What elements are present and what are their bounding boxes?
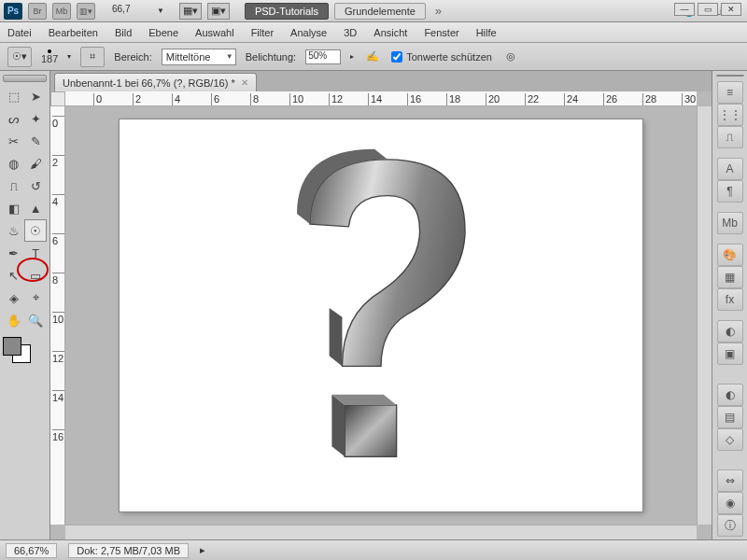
tool-eyedrop[interactable]: ✎ [25, 130, 48, 152]
protect-tones-input[interactable] [391, 51, 402, 63]
status-zoom[interactable]: 66,67% [6, 543, 57, 558]
tool-3dcam[interactable]: ⌖ [25, 287, 48, 309]
panel-clone-icon[interactable]: ⎍ [717, 126, 743, 148]
tool-move[interactable]: ⬚ [3, 85, 25, 107]
panel-char-icon[interactable]: A [717, 158, 743, 180]
exposure-input[interactable]: 50% [305, 49, 341, 64]
close-button[interactable]: ✕ [721, 3, 741, 16]
zoom-level-display[interactable]: 66,7 [110, 4, 151, 19]
canvas-artwork-questionmark [250, 147, 512, 484]
brush-panel-toggle[interactable]: ⌗ [80, 47, 105, 67]
canvas[interactable] [120, 119, 642, 511]
menu-hilfe[interactable]: Hilfe [476, 27, 497, 38]
tools-panel-handle[interactable] [3, 75, 47, 82]
panel-brushes-icon[interactable]: ⋮⋮ [717, 104, 743, 126]
tool-wand[interactable]: ✦ [25, 107, 48, 130]
panel-chan-icon[interactable]: ▤ [717, 406, 743, 428]
menu-fenster[interactable]: Fenster [424, 27, 458, 38]
color-swatches[interactable] [3, 337, 36, 365]
ruler-tick: 2 [133, 93, 141, 106]
view-extras-button[interactable]: ▥▾ [77, 3, 95, 20]
menu-datei[interactable]: Datei [7, 27, 32, 38]
chevron-down-icon[interactable]: ▼ [157, 7, 164, 15]
menu-ebene[interactable]: Ebene [148, 27, 178, 38]
status-arrow-icon[interactable]: ▸ [200, 544, 205, 556]
panels-handle[interactable] [716, 75, 744, 77]
tool-shape[interactable]: ▭ [25, 264, 48, 287]
maximize-button[interactable]: ▭ [698, 3, 718, 16]
menu-filter[interactable]: Filter [251, 27, 274, 38]
tool-patch[interactable]: ◍ [3, 152, 25, 175]
document-tab[interactable]: Unbenannt-1 bei 66,7% (?, RGB/16) * ✕ [54, 73, 257, 91]
tool-dodge[interactable]: ☉ [24, 219, 47, 242]
ruler-tick: 0 [93, 93, 102, 106]
tool-crop[interactable]: ✂ [3, 130, 25, 152]
range-dropdown[interactable]: Mitteltöne [162, 49, 236, 65]
tool-history[interactable]: ↺ [25, 175, 48, 197]
panel-mb-icon[interactable]: Mb [717, 212, 743, 234]
tool-bucket[interactable]: ▲ [25, 197, 48, 219]
panel-bw-icon[interactable]: ◐ [717, 384, 743, 406]
foreground-color-swatch[interactable] [3, 337, 21, 356]
tool-marquee[interactable]: ➤ [25, 85, 48, 107]
scrollbar-vertical[interactable] [697, 106, 712, 525]
workspace-more-icon[interactable]: » [431, 4, 445, 18]
screen-mode-button[interactable]: ▣▾ [207, 3, 230, 20]
tool-eraser[interactable]: ◧ [3, 197, 25, 219]
panel-color-icon[interactable]: 🎨 [717, 244, 743, 266]
ruler-origin[interactable] [50, 91, 65, 106]
menu-3d[interactable]: 3D [344, 27, 357, 38]
menu-bild[interactable]: Bild [115, 27, 132, 38]
panel-styles-icon[interactable]: fx [717, 288, 743, 311]
document-close-icon[interactable]: ✕ [241, 77, 248, 88]
panel-history-icon[interactable]: ≡ [717, 81, 743, 104]
ruler-tick: 6 [211, 93, 219, 106]
protect-tones-checkbox[interactable]: Tonwerte schützen [391, 51, 492, 63]
brush-size-label: 187 [41, 53, 58, 64]
panel-histo-icon[interactable]: ◉ [717, 492, 743, 514]
airbrush-toggle[interactable]: ✍ [363, 49, 382, 65]
tool-blur[interactable]: ♨ [3, 219, 24, 242]
tool-pen[interactable]: ✒ [3, 242, 25, 264]
workspace-grundelemente[interactable]: Grundelemente [334, 3, 426, 20]
tool-path[interactable]: ↖ [3, 264, 25, 287]
menu-ansicht[interactable]: Ansicht [374, 27, 407, 38]
tablet-pressure-toggle[interactable]: ◎ [501, 49, 520, 65]
bridge-button[interactable]: Br [28, 3, 47, 20]
document-area: Unbenannt-1 bei 66,7% (?, RGB/16) * ✕ 02… [50, 71, 712, 539]
ruler-tick: 8 [52, 273, 65, 286]
panel-mask-icon[interactable]: ▣ [717, 343, 743, 365]
ruler-tick: 18 [446, 93, 460, 106]
scrollbar-horizontal[interactable] [65, 525, 697, 539]
status-doc-size[interactable]: Dok: 2,75 MB/7,03 MB [68, 543, 189, 558]
ruler-tick: 4 [52, 194, 65, 207]
canvas-viewport[interactable] [65, 106, 697, 525]
brush-preset-picker[interactable]: 187 [41, 49, 58, 64]
panel-para-icon[interactable]: ¶ [717, 180, 743, 203]
ruler-horizontal[interactable]: 024681012141618202224262830 [65, 91, 697, 106]
panel-swatch-icon[interactable]: ▦ [717, 266, 743, 288]
current-tool-icon[interactable]: ☉▾ [7, 47, 32, 67]
tool-hand[interactable]: ✋ [3, 309, 25, 331]
tool-zoom[interactable]: 🔍 [25, 309, 48, 331]
tool-brush[interactable]: 🖌 [25, 152, 48, 175]
ruler-tick: 4 [172, 93, 180, 106]
arrange-documents-button[interactable]: ▦▾ [179, 3, 202, 20]
panel-paths-icon[interactable]: ◇ [717, 428, 743, 451]
tool-lasso[interactable]: ᔕ [3, 107, 25, 130]
menu-auswahl[interactable]: Auswahl [195, 27, 234, 38]
panel-info-icon[interactable]: ⓘ [717, 514, 743, 537]
minibridge-button[interactable]: Mb [52, 3, 71, 20]
tool-stamp[interactable]: ⎍ [3, 175, 25, 197]
minimize-button[interactable]: — [674, 3, 695, 16]
tool-3d[interactable]: ◈ [3, 287, 25, 309]
ruler-vertical[interactable]: 0246810121416 [50, 106, 65, 525]
ruler-tick: 0 [52, 116, 65, 129]
panel-nav-icon[interactable]: ⇔ [717, 469, 743, 492]
menu-analyse[interactable]: Analyse [290, 27, 327, 38]
panel-adjust-icon[interactable]: ◐ [717, 320, 743, 343]
menu-bearbeiten[interactable]: Bearbeiten [49, 27, 98, 38]
ruler-tick: 12 [329, 93, 343, 106]
workspace-psd-tutorials[interactable]: PSD-Tutorials [245, 3, 329, 20]
tool-type[interactable]: T [25, 242, 48, 264]
